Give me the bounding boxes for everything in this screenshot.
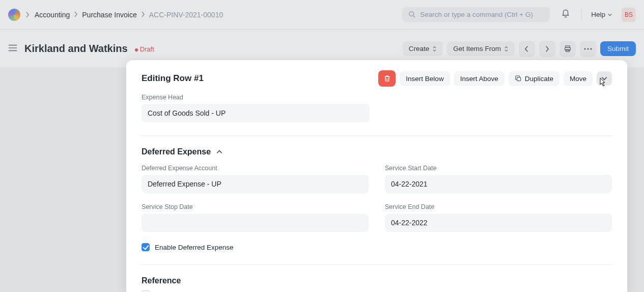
duplicate-button[interactable]: Duplicate [509, 71, 559, 86]
prev-doc-button[interactable] [519, 41, 535, 57]
service-end-date-field: Service End Date 04-22-2022 [385, 203, 612, 232]
deferred-expense-section-header[interactable]: Deferred Expense [142, 147, 612, 156]
svg-point-6 [590, 48, 592, 49]
expense-head-input[interactable]: Cost of Goods Sold - UP [142, 104, 370, 122]
field-label: Service End Date [385, 203, 612, 210]
service-start-date-input[interactable]: 04-22-2021 [385, 175, 612, 193]
field-label: Service Start Date [385, 165, 612, 172]
svg-rect-3 [566, 49, 570, 51]
help-dropdown[interactable]: Help [591, 11, 612, 18]
chevron-down-icon [601, 75, 608, 82]
chevron-right-icon [25, 12, 30, 18]
breadcrumb-current: ACC-PINV-2021-00010 [149, 11, 223, 19]
help-label: Help [591, 11, 605, 18]
field-label: Service Stop Date [142, 203, 369, 210]
field-label: Deferred Expense Account [142, 165, 369, 172]
create-dropdown[interactable]: Create [403, 41, 443, 56]
insert-below-button[interactable]: Insert Below [400, 71, 450, 86]
document-title: Kirkland and Watkins [24, 43, 128, 55]
enable-deferred-checkbox-row[interactable]: Enable Deferred Expense [142, 243, 369, 251]
deferred-account-field: Deferred Expense Account Deferred Expens… [142, 165, 369, 193]
svg-point-4 [584, 48, 585, 49]
expense-head-field: Expense Head Cost of Goods Sold - UP [142, 94, 612, 122]
svg-point-5 [587, 48, 589, 49]
checkbox-checked-icon [142, 243, 150, 251]
chevron-right-icon [141, 11, 145, 19]
submit-button[interactable]: Submit [600, 41, 636, 56]
insert-above-button[interactable]: Insert Above [454, 71, 505, 86]
menu-icon[interactable] [8, 44, 17, 54]
svg-point-0 [409, 12, 414, 16]
chevron-right-icon [545, 45, 549, 52]
breadcrumb: Accounting Purchase Invoice ACC-PINV-202… [35, 11, 223, 19]
copy-icon [515, 75, 522, 82]
global-search[interactable]: Search or type a command (Ctrl + G) [402, 7, 550, 22]
delete-row-button[interactable] [378, 70, 396, 87]
topbar: Accounting Purchase Invoice ACC-PINV-202… [0, 0, 644, 30]
notifications-button[interactable] [559, 7, 572, 22]
collapse-button[interactable] [597, 71, 612, 86]
divider [581, 9, 582, 20]
service-start-date-field: Service Start Date 04-22-2021 [385, 165, 612, 193]
get-items-label: Get Items From [453, 45, 501, 52]
select-icon [432, 45, 437, 52]
service-stop-date-field: Service Stop Date [142, 203, 369, 232]
reference-section-header[interactable]: Reference [142, 276, 612, 285]
trash-icon [383, 74, 391, 83]
chevron-right-icon [74, 11, 78, 19]
breadcrumb-link[interactable]: Accounting [35, 11, 70, 19]
deferred-account-input[interactable]: Deferred Expense - UP [142, 175, 369, 193]
next-doc-button[interactable] [539, 41, 555, 57]
get-items-dropdown[interactable]: Get Items From [447, 41, 515, 56]
divider [142, 136, 612, 136]
modal-title: Editing Row #1 [142, 73, 204, 84]
printer-icon [564, 45, 572, 53]
search-icon [408, 11, 416, 18]
checkbox-label: Enable Deferred Expense [155, 244, 234, 251]
bell-icon [561, 9, 570, 18]
service-end-date-input[interactable]: 04-22-2022 [385, 214, 612, 232]
more-menu-button[interactable] [580, 41, 596, 57]
status-badge: Draft [135, 44, 154, 54]
section-title-text: Deferred Expense [142, 147, 211, 156]
move-button[interactable]: Move [564, 71, 593, 86]
duplicate-label: Duplicate [525, 75, 553, 83]
search-placeholder: Search or type a command (Ctrl + G) [420, 11, 533, 18]
chevron-down-icon [607, 12, 612, 17]
create-label: Create [409, 45, 430, 52]
field-label: Expense Head [142, 94, 612, 101]
select-icon [504, 45, 509, 52]
user-avatar[interactable]: BS [622, 8, 636, 22]
dots-icon [584, 48, 592, 50]
chevron-up-icon [216, 148, 223, 155]
section-title-text: Reference [142, 276, 181, 285]
print-button[interactable] [559, 41, 576, 57]
row-editor-modal: Editing Row #1 Insert Below Insert Above… [126, 60, 627, 292]
chevron-left-icon [524, 45, 529, 52]
breadcrumb-link[interactable]: Purchase Invoice [82, 11, 136, 19]
divider [142, 264, 612, 265]
service-stop-date-input[interactable] [142, 214, 369, 232]
app-logo[interactable] [8, 9, 20, 21]
svg-rect-7 [517, 77, 520, 81]
